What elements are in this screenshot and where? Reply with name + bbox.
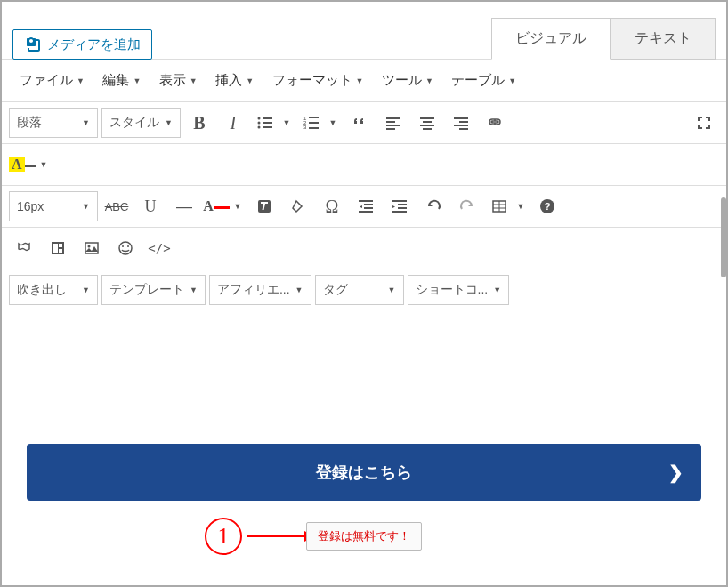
scrollbar[interactable] xyxy=(721,197,726,277)
fullscreen-icon xyxy=(695,114,713,132)
caret-icon: ▼ xyxy=(513,191,529,221)
add-media-label: メディアを追加 xyxy=(47,36,141,53)
align-right-icon xyxy=(452,114,470,132)
link-button[interactable] xyxy=(480,108,510,138)
svg-rect-18 xyxy=(420,125,434,126)
help-button[interactable]: ? xyxy=(532,191,562,221)
clear-format-icon xyxy=(255,197,273,215)
svg-rect-9 xyxy=(309,122,319,124)
caret-icon: ▼ xyxy=(246,76,254,85)
affiliate-select[interactable]: アフィリエ...▼ xyxy=(209,275,311,305)
cta-button[interactable]: 登録はこちら ❯ xyxy=(27,444,701,501)
fontsize-select[interactable]: 16px▼ xyxy=(9,191,98,221)
menu-table[interactable]: テーブル▼ xyxy=(444,67,523,94)
svg-rect-31 xyxy=(398,207,407,209)
underline-button[interactable]: U xyxy=(135,191,166,221)
svg-rect-13 xyxy=(386,121,395,123)
svg-rect-23 xyxy=(459,128,468,130)
menu-edit[interactable]: 編集▼ xyxy=(95,67,148,94)
paragraph-select[interactable]: 段落▼ xyxy=(9,108,98,138)
caret-icon: ▼ xyxy=(77,76,85,85)
balloon-select[interactable]: 吹き出し▼ xyxy=(9,275,98,305)
svg-rect-42 xyxy=(59,249,62,253)
hr-button[interactable]: — xyxy=(169,191,199,221)
svg-rect-17 xyxy=(423,121,432,123)
strikethrough-button[interactable]: ABC xyxy=(101,191,132,221)
tab-visual[interactable]: ビジュアル xyxy=(491,18,611,60)
quote-icon xyxy=(351,114,368,132)
eraser-icon xyxy=(289,197,307,215)
align-right-button[interactable] xyxy=(446,108,476,138)
svg-rect-21 xyxy=(459,121,468,123)
svg-rect-15 xyxy=(386,128,395,130)
ribbon-button[interactable] xyxy=(9,233,39,263)
svg-rect-1 xyxy=(263,117,272,119)
tab-text[interactable]: テキスト xyxy=(611,18,716,60)
indent-icon xyxy=(391,197,408,215)
add-media-button[interactable]: メディアを追加 xyxy=(12,29,152,60)
template-select[interactable]: テンプレート▼ xyxy=(101,275,206,305)
annotation-tooltip: 登録は無料です！ xyxy=(306,522,422,551)
style-select[interactable]: スタイル▼ xyxy=(101,108,181,138)
svg-rect-27 xyxy=(364,207,373,209)
svg-rect-3 xyxy=(263,122,272,124)
blockquote-button[interactable] xyxy=(344,108,375,138)
svg-text:3: 3 xyxy=(303,125,307,130)
svg-rect-28 xyxy=(359,211,373,213)
svg-rect-14 xyxy=(386,125,400,126)
highlight-icon: A xyxy=(9,157,25,172)
link-icon xyxy=(486,114,504,132)
undo-button[interactable] xyxy=(418,191,449,221)
bullet-list-button[interactable]: ▼ xyxy=(252,108,295,138)
svg-rect-43 xyxy=(85,243,98,253)
insert-template-button[interactable] xyxy=(43,233,73,263)
svg-rect-16 xyxy=(420,117,434,119)
italic-button[interactable]: I xyxy=(218,108,248,138)
menu-insert[interactable]: 挿入▼ xyxy=(208,67,261,94)
shortcode-select[interactable]: ショートコ...▼ xyxy=(408,275,510,305)
emoji-icon xyxy=(117,239,134,257)
text-color-button[interactable]: A ▼ xyxy=(203,191,246,221)
help-icon: ? xyxy=(538,197,556,215)
table-button[interactable]: ▼ xyxy=(486,191,529,221)
align-center-icon xyxy=(418,114,436,132)
highlight-color-button[interactable]: A ▼ xyxy=(9,149,52,180)
code-button[interactable]: </> xyxy=(144,233,174,263)
caret-icon: ▼ xyxy=(230,191,246,221)
menu-format[interactable]: フォーマット▼ xyxy=(265,67,371,94)
svg-rect-26 xyxy=(364,204,373,205)
align-center-button[interactable] xyxy=(412,108,442,138)
clear-format-button[interactable] xyxy=(249,191,279,221)
svg-rect-30 xyxy=(398,204,407,205)
menu-file[interactable]: ファイル▼ xyxy=(12,67,92,94)
tag-select[interactable]: タグ▼ xyxy=(315,275,404,305)
menu-view[interactable]: 表示▼ xyxy=(152,67,205,94)
eraser-button[interactable] xyxy=(283,191,313,221)
caret-icon: ▼ xyxy=(493,285,501,294)
svg-point-46 xyxy=(122,245,124,247)
caret-icon: ▼ xyxy=(36,149,52,180)
svg-rect-40 xyxy=(53,244,58,253)
menu-tool[interactable]: ツール▼ xyxy=(375,67,441,94)
toolbar-row-5: 吹き出し▼ テンプレート▼ アフィリエ...▼ タグ▼ ショートコ...▼ xyxy=(2,269,726,310)
annotation-overlay: 1 登録は無料です！ xyxy=(27,522,701,551)
bold-button[interactable]: B xyxy=(184,108,214,138)
align-left-button[interactable] xyxy=(378,108,408,138)
caret-icon: ▼ xyxy=(190,76,198,85)
redo-button[interactable] xyxy=(452,191,482,221)
editor-content[interactable]: 登録はこちら ❯ 1 登録は無料です！ xyxy=(2,310,726,568)
caret-icon: ▼ xyxy=(82,285,90,294)
indent-button[interactable] xyxy=(384,191,415,221)
special-char-button[interactable]: Ω xyxy=(317,191,347,221)
outdent-button[interactable] xyxy=(351,191,381,221)
image-button[interactable] xyxy=(77,233,107,263)
caret-icon: ▼ xyxy=(295,285,303,294)
emoji-button[interactable] xyxy=(110,233,141,263)
fullscreen-button[interactable] xyxy=(689,108,719,138)
svg-rect-25 xyxy=(359,200,373,202)
outdent-icon xyxy=(357,197,375,215)
image-icon xyxy=(83,239,101,257)
annotation-number: 1 xyxy=(205,518,242,555)
editor-container: メディアを追加 ビジュアル テキスト ファイル▼ 編集▼ 表示▼ 挿入▼ フォー… xyxy=(0,0,728,587)
numbered-list-button[interactable]: 123 ▼ xyxy=(298,108,341,138)
